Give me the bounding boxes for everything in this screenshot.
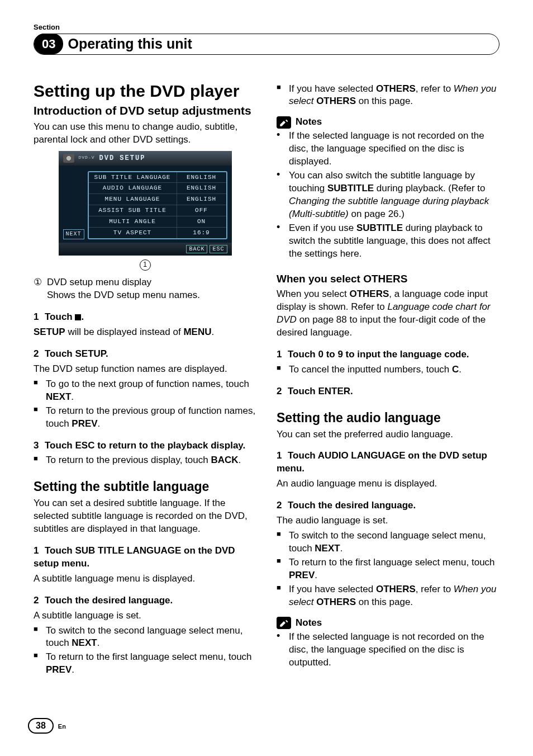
pencil-icon — [277, 116, 291, 129]
row-val: ENGLISH — [177, 172, 226, 183]
dvd-setup-screenshot: DVD-V DVD SETUP NEXT SUB TITLE LANGUAGEE… — [59, 151, 232, 271]
note-item: •If the selected language is not recorde… — [277, 130, 499, 168]
next-btn[interactable]: NEXT — [63, 229, 84, 239]
setup-table: SUB TITLE LANGUAGEENGLISH AUDIO LANGUAGE… — [88, 171, 227, 239]
bullet: ■If you have selected OTHERS, refer to W… — [277, 583, 499, 609]
when-others-heading: When you select OTHERS — [277, 272, 499, 286]
bullet: ■To return to the previous group of func… — [34, 405, 256, 431]
step-1: 1Touch . — [34, 311, 256, 324]
aud-step-2-body: The audio language is set. — [277, 514, 499, 527]
note-item: •Even if you use SUBTITLE during playbac… — [277, 222, 499, 261]
step-1-body: SETUP will be displayed instead of MENU. — [34, 326, 256, 339]
bullet: ■If you have selected OTHERS, refer to W… — [277, 83, 499, 108]
shot-title: DVD SETUP — [99, 154, 146, 163]
row-val: ENGLISH — [177, 183, 226, 193]
header-bar: 03 Operating this unit — [34, 34, 499, 55]
row-label: MENU LANGUAGE — [89, 194, 177, 205]
right-column: ■If you have selected OTHERS, refer to W… — [277, 82, 499, 677]
sub-step-1-body: A subtitle language menu is displayed. — [34, 573, 256, 585]
row-label: AUDIO LANGUAGE — [89, 183, 177, 193]
esc-btn[interactable]: ESC — [210, 245, 227, 254]
row-val: OFF — [177, 205, 226, 216]
notes-heading: Notes — [277, 617, 499, 630]
wo-step-1: 1Touch 0 to 9 to input the language code… — [277, 348, 499, 361]
intro-text: You can use this menu to change audio, s… — [34, 121, 256, 147]
aud-step-1: 1Touch AUDIO LANGUAGE on the DVD setup m… — [277, 450, 499, 475]
row-val: 16:9 — [177, 228, 226, 238]
step-2-body: The DVD setup function names are display… — [34, 363, 256, 376]
caption-title: DVD setup menu display — [47, 276, 200, 289]
row-val: ENGLISH — [177, 194, 226, 205]
page-number: 38 En — [28, 718, 66, 734]
row-label: SUB TITLE LANGUAGE — [89, 172, 177, 183]
audio-intro: You can set the preferred audio language… — [277, 428, 499, 441]
sub-step-1: 1Touch SUB TITLE LANGUAGE on the DVD set… — [34, 545, 256, 570]
disc-icon — [63, 154, 74, 163]
aud-step-2: 2Touch the desired language. — [277, 499, 499, 512]
h2-audio-lang: Setting the audio language — [277, 410, 499, 426]
h2-intro: Introduction of DVD setup adjustments — [34, 103, 256, 117]
bullet: ■To go to the next group of function nam… — [34, 378, 256, 404]
stop-icon — [75, 314, 81, 320]
when-others-body: When you select OTHERS, a language code … — [277, 288, 499, 339]
row-label: TV ASPECT — [89, 228, 177, 238]
section-number: 03 — [34, 34, 63, 55]
section-label: Section — [34, 22, 499, 32]
h1-dvd-setup: Setting up the DVD player — [34, 82, 256, 100]
brand: DVD-V — [79, 155, 95, 161]
step-3: 3Touch ESC to return to the playback dis… — [34, 440, 256, 452]
step-2: 2Touch SETUP. — [34, 348, 256, 361]
caption-desc: Shows the DVD setup menu names. — [47, 289, 200, 302]
bullet: ■To return to the first language select … — [34, 651, 256, 677]
notes-heading: Notes — [277, 116, 499, 129]
bullet: ■To switch to the second language select… — [34, 625, 256, 650]
back-btn[interactable]: BACK — [186, 245, 207, 254]
pencil-icon — [277, 617, 291, 629]
bullet: ■To switch to the second language select… — [277, 530, 499, 555]
sub-step-2-body: A subtitle language is set. — [34, 609, 256, 622]
wo-step-2: 2Touch ENTER. — [277, 385, 499, 398]
note-item: •If the selected language is not recorde… — [277, 631, 499, 669]
caption-row: ① DVD setup menu display Shows the DVD s… — [34, 276, 256, 302]
bullet: ■To cancel the inputted numbers, touch C… — [277, 363, 499, 376]
aud-step-1-body: An audio language menu is displayed. — [277, 478, 499, 490]
chapter-title: Operating this unit — [68, 35, 192, 54]
row-label: ASSIST SUB TITLE — [89, 205, 177, 216]
bullet: ■To return to the first language select … — [277, 556, 499, 582]
subtitle-intro: You can set a desired subtitle language.… — [34, 497, 256, 536]
sub-step-2: 2Touch the desired language. — [34, 594, 256, 607]
note-item: •You can also switch the subtitle langua… — [277, 169, 499, 221]
bullet: ■To return to the previous display, touc… — [34, 454, 256, 467]
h2-subtitle-lang: Setting the subtitle language — [34, 479, 256, 495]
callout-1: 1 — [59, 259, 232, 271]
row-val: ON — [177, 216, 226, 227]
left-column: Setting up the DVD player Introduction o… — [34, 82, 256, 677]
row-label: MULTI ANGLE — [89, 216, 177, 227]
